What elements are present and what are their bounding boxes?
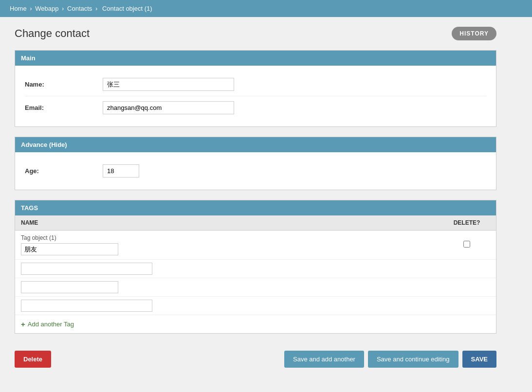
age-input[interactable] bbox=[103, 164, 139, 178]
breadcrumb-sep3: › bbox=[95, 5, 97, 12]
breadcrumb-home[interactable]: Home bbox=[10, 5, 27, 12]
footer-actions: Delete Save and add another Save and con… bbox=[15, 343, 496, 375]
name-row: Name: bbox=[25, 73, 486, 96]
breadcrumb-sep1: › bbox=[30, 5, 32, 12]
tag-delete-cell-1 bbox=[438, 231, 496, 260]
save-continue-button[interactable]: Save and continue editing bbox=[368, 351, 459, 368]
tag-input-empty-2[interactable] bbox=[21, 281, 118, 293]
tags-table: NAME DELETE? Tag object (1) bbox=[15, 215, 496, 315]
email-label: Email: bbox=[25, 104, 103, 111]
tag-row-1: Tag object (1) bbox=[15, 231, 496, 260]
tag-delete-cell-empty-3 bbox=[438, 297, 496, 315]
age-label: Age: bbox=[25, 167, 103, 175]
tag-cell-empty-1 bbox=[15, 260, 438, 278]
main-section-header: Main bbox=[15, 51, 496, 66]
tag-object-label: Tag object (1) bbox=[21, 234, 432, 241]
main-section: Main Name: Email: bbox=[15, 50, 496, 127]
tag-cell-1: Tag object (1) bbox=[15, 231, 438, 260]
delete-button[interactable]: Delete bbox=[15, 351, 51, 368]
add-another-tag-label: Add another Tag bbox=[28, 321, 74, 328]
breadcrumb-contacts[interactable]: Contacts bbox=[67, 5, 92, 12]
tag-cell-empty-2 bbox=[15, 278, 438, 297]
advance-section: Advance (Hide) Age: bbox=[15, 137, 496, 190]
history-button[interactable]: HISTORY bbox=[452, 27, 496, 40]
breadcrumb-webapp[interactable]: Webapp bbox=[35, 5, 58, 12]
tags-table-header-row: NAME DELETE? bbox=[15, 215, 496, 231]
save-add-button[interactable]: Save and add another bbox=[284, 351, 364, 368]
footer-left: Delete bbox=[15, 351, 51, 368]
breadcrumb-bar: Home › Webapp › Contacts › Contact objec… bbox=[0, 0, 532, 17]
tag-row-empty-2 bbox=[15, 278, 496, 297]
name-input[interactable] bbox=[103, 78, 234, 91]
tag-cell-empty-3 bbox=[15, 297, 438, 315]
add-another-tag-link[interactable]: + Add another Tag bbox=[15, 315, 496, 333]
main-section-body: Name: Email: bbox=[15, 66, 496, 126]
tag-row-empty-3 bbox=[15, 297, 496, 315]
footer-right: Save and add another Save and continue e… bbox=[284, 351, 496, 368]
name-label: Name: bbox=[25, 81, 103, 88]
tag-delete-cell-empty-1 bbox=[438, 260, 496, 278]
tags-section-header: TAGS bbox=[15, 200, 496, 215]
page-title: Change contact bbox=[15, 27, 90, 40]
tags-col-name: NAME bbox=[15, 215, 438, 231]
email-row: Email: bbox=[25, 96, 486, 119]
tag-input-1[interactable] bbox=[21, 243, 118, 255]
page-header: Change contact HISTORY bbox=[15, 27, 496, 40]
tag-input-empty-3[interactable] bbox=[21, 300, 152, 312]
email-input[interactable] bbox=[103, 101, 234, 114]
plus-icon: + bbox=[21, 320, 25, 328]
advance-section-header: Advance (Hide) bbox=[15, 137, 496, 152]
tag-delete-checkbox-1[interactable] bbox=[463, 241, 470, 248]
breadcrumb-sep2: › bbox=[62, 5, 64, 12]
age-row: Age: bbox=[25, 160, 486, 182]
save-button[interactable]: SAVE bbox=[462, 351, 496, 368]
advance-section-body: Age: bbox=[15, 152, 496, 190]
tags-section: TAGS NAME DELETE? Tag object (1) bbox=[15, 200, 496, 334]
breadcrumb-current: Contact object (1) bbox=[102, 5, 152, 12]
tag-input-empty-1[interactable] bbox=[21, 263, 152, 275]
tag-delete-cell-empty-2 bbox=[438, 278, 496, 297]
tag-row-empty-1 bbox=[15, 260, 496, 278]
tags-col-delete: DELETE? bbox=[438, 215, 496, 231]
